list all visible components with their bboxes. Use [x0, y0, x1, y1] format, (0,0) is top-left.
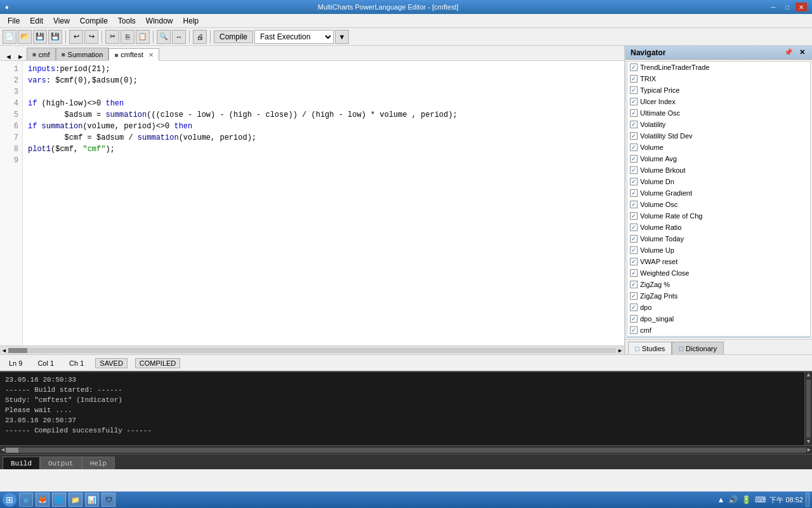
execution-mode-dropdown[interactable]: Fast ExecutionNormal Execution — [254, 30, 334, 44]
menu-compile[interactable]: Compile — [75, 15, 113, 27]
nav-item-volume-up[interactable]: Volume Up — [627, 244, 810, 256]
nav-item-cmftest[interactable]: cmftest — [627, 336, 810, 338]
nav-item-volume-gradient[interactable]: Volume Gradient — [627, 187, 810, 199]
nav-tab-studies[interactable]: □ Studies — [628, 342, 672, 354]
start-button[interactable]: ⊞ — [3, 493, 16, 507]
taskbar-time[interactable]: 下午 08:52 — [769, 495, 803, 505]
nav-checkbox[interactable] — [630, 235, 638, 243]
maximize-button[interactable]: □ — [782, 3, 793, 11]
nav-checkbox[interactable] — [630, 121, 638, 128]
navigator-close-button[interactable]: ✕ — [797, 48, 807, 57]
nav-item-weighted-close[interactable]: Weighted Close — [627, 267, 810, 279]
nav-item-zigzag-%[interactable]: ZigZag % — [627, 279, 810, 290]
nav-checkbox[interactable] — [630, 281, 638, 288]
output-scroll-left[interactable]: ◄ — [1, 447, 4, 453]
nav-item-volatility[interactable]: Volatility — [627, 119, 810, 130]
redo-button[interactable]: ↪ — [84, 30, 98, 44]
nav-item-cmf[interactable]: cmf — [627, 324, 810, 336]
nav-checkbox[interactable] — [630, 315, 638, 323]
nav-item-volume-dn[interactable]: Volume Dn — [627, 176, 810, 187]
output-scroll-track[interactable] — [6, 448, 806, 453]
output-scroll-thumb[interactable] — [806, 380, 811, 438]
nav-checkbox[interactable] — [630, 178, 638, 185]
nav-item-ultimate-osc[interactable]: Ultimate Osc — [627, 107, 810, 119]
menu-view[interactable]: View — [48, 15, 75, 27]
scroll-thumb[interactable] — [8, 348, 27, 353]
new-file-button[interactable]: 📄 — [3, 30, 16, 44]
menu-file[interactable]: File — [3, 15, 25, 27]
nav-item-volume-brkout[interactable]: Volume Brkout — [627, 164, 810, 176]
output-scroll-up[interactable]: ▲ — [805, 372, 812, 378]
nav-item-zigzag-pnts[interactable]: ZigZag Pnts — [627, 290, 810, 302]
menu-edit[interactable]: Edit — [25, 15, 48, 27]
nav-checkbox[interactable] — [630, 326, 638, 334]
paste-button[interactable]: 📋 — [136, 30, 150, 44]
taskbar-browser2-icon[interactable]: 🌐 — [52, 493, 66, 507]
code-content[interactable]: inputs:period(21); vars: $cmf(0),$adsum(… — [23, 61, 624, 345]
nav-checkbox[interactable] — [630, 292, 638, 300]
nav-item-trix[interactable]: TRIX — [627, 73, 810, 84]
save-button[interactable]: 💾 — [33, 30, 47, 44]
nav-item-volume-osc[interactable]: Volume Osc — [627, 199, 810, 210]
scroll-right-btn[interactable]: ► — [617, 347, 623, 354]
exec-dropdown-arrow[interactable]: ▼ — [335, 30, 349, 44]
taskbar-firefox-icon[interactable]: 🦊 — [36, 493, 49, 507]
nav-item-trendlinetradertrade[interactable]: TrendLineTraderTrade — [627, 62, 810, 73]
cmftest-tab-close[interactable]: ✕ — [148, 51, 154, 58]
output-vertical-scrollbar[interactable]: ▲ ▼ — [804, 372, 812, 445]
nav-checkbox[interactable] — [630, 246, 638, 254]
volume-icon[interactable]: 🔊 — [728, 495, 738, 504]
output-scroll-right[interactable]: ► — [808, 447, 811, 453]
find-button[interactable]: 🔍 — [157, 30, 171, 44]
taskbar-shield-icon[interactable]: 🛡 — [102, 493, 115, 507]
show-desktop-button[interactable] — [806, 493, 809, 507]
tab-cmf[interactable]: ■ cmf — [27, 48, 56, 60]
print-button[interactable]: 🖨 — [193, 30, 207, 44]
scroll-left-btn[interactable]: ◄ — [1, 347, 7, 354]
code-editor[interactable]: 1 2 3 4 5 6 7 8 9 inputs:period(21); var… — [0, 61, 624, 345]
network-icon[interactable]: ▲ — [717, 495, 725, 504]
menu-tools[interactable]: Tools — [113, 15, 141, 27]
minimize-button[interactable]: ─ — [768, 3, 779, 11]
save-all-button[interactable]: 💾 — [48, 30, 62, 44]
taskbar-app1-icon[interactable]: 📊 — [85, 493, 99, 507]
output-tab-build[interactable]: Build — [3, 457, 40, 469]
nav-item-volume[interactable]: Volume — [627, 142, 810, 153]
taskbar-folder-icon[interactable]: 📁 — [69, 493, 82, 507]
nav-checkbox[interactable] — [630, 155, 638, 163]
output-bottom-scrollbar[interactable]: ◄ ► — [0, 445, 812, 454]
nav-item-volume-ratio[interactable]: Volume Ratio — [627, 222, 810, 233]
battery-icon[interactable]: 🔋 — [742, 495, 751, 504]
tab-nav-right[interactable]: ► — [15, 53, 27, 60]
compile-button[interactable]: Compile — [214, 30, 253, 43]
nav-checkbox[interactable] — [630, 64, 638, 71]
nav-checkbox[interactable] — [630, 98, 638, 105]
output-tab-help[interactable]: Help — [82, 457, 115, 469]
editor-horizontal-scrollbar[interactable]: ◄ ► — [0, 345, 624, 354]
undo-button[interactable]: ↩ — [69, 30, 83, 44]
nav-checkbox[interactable] — [630, 189, 638, 197]
output-scroll-hthumb[interactable] — [6, 448, 18, 453]
tab-summation[interactable]: ■ Summation — [56, 48, 109, 60]
nav-checkbox[interactable] — [630, 258, 638, 265]
keyboard-icon[interactable]: ⌨ — [755, 495, 766, 504]
nav-item-vwap-reset[interactable]: VWAP reset — [627, 256, 810, 267]
menu-window[interactable]: Window — [141, 15, 178, 27]
scroll-track[interactable] — [8, 348, 616, 353]
nav-item-ulcer-index[interactable]: Ulcer Index — [627, 96, 810, 107]
cut-button[interactable]: ✂ — [105, 30, 119, 44]
output-tab-output[interactable]: Output — [40, 457, 82, 469]
navigator-pin-button[interactable]: 📌 — [782, 48, 795, 57]
nav-checkbox[interactable] — [630, 212, 638, 220]
nav-checkbox[interactable] — [630, 224, 638, 231]
close-button[interactable]: ✕ — [796, 3, 807, 11]
nav-item-dpo[interactable]: dpo — [627, 302, 810, 313]
nav-item-volume-avg[interactable]: Volume Avg — [627, 153, 810, 164]
nav-item-typical-price[interactable]: Typical Price — [627, 84, 810, 96]
nav-checkbox[interactable] — [630, 144, 638, 151]
menu-help[interactable]: Help — [178, 15, 204, 27]
nav-checkbox[interactable] — [630, 304, 638, 311]
nav-checkbox[interactable] — [630, 109, 638, 117]
nav-item-volume-rate-of-chg[interactable]: Volume Rate of Chg — [627, 210, 810, 222]
nav-checkbox[interactable] — [630, 269, 638, 277]
